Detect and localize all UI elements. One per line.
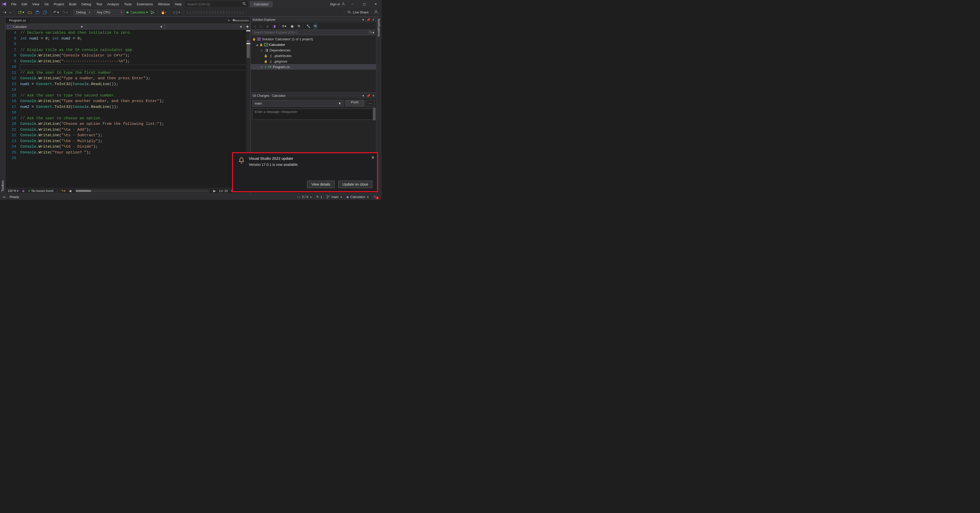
- panel-pin-icon[interactable]: 📌: [367, 18, 370, 22]
- quick-search-input[interactable]: [187, 2, 238, 6]
- code-content[interactable]: // Declare variables and then initialize…: [19, 30, 250, 188]
- redo-button[interactable]: ↷ ▾: [62, 10, 69, 15]
- menu-help[interactable]: Help: [173, 1, 184, 7]
- hscroll-right[interactable]: ▶: [213, 189, 216, 193]
- status-changes[interactable]: ✎ 1: [316, 195, 322, 199]
- menu-tools[interactable]: Tools: [122, 1, 134, 7]
- tree-solution-node[interactable]: 🔒 ⊞ Solution 'Calculator' (1 of 1 projec…: [251, 36, 376, 42]
- editor-brush-icon[interactable]: ✎▾: [61, 189, 65, 193]
- intellicode-icon[interactable]: ◉: [22, 189, 25, 193]
- toolbox-rail[interactable]: Toolbox: [0, 17, 5, 194]
- panel-title: Git Changes - Calculator: [252, 94, 286, 97]
- view-details-button[interactable]: View details: [307, 181, 334, 188]
- branch-name: main: [331, 195, 339, 199]
- menu-test[interactable]: Test: [94, 1, 104, 7]
- vscroll-thumb[interactable]: [247, 40, 250, 58]
- tree-dependencies-node[interactable]: ▷ ⇶ Dependencies: [251, 48, 376, 53]
- update-on-close-button[interactable]: Update on close: [338, 181, 372, 188]
- menu-window[interactable]: Window: [156, 1, 172, 7]
- nav-back-button[interactable]: ◦ ▾: [2, 10, 7, 15]
- new-project-button[interactable]: ▾: [17, 10, 25, 15]
- sln-pending-button[interactable]: ⟳▾: [281, 24, 288, 29]
- tab-program-cs[interactable]: Program.cs: [6, 17, 29, 23]
- menu-project[interactable]: Project: [52, 1, 66, 7]
- hscroll-left[interactable]: ◀: [69, 189, 71, 193]
- open-file-button[interactable]: [27, 10, 33, 15]
- menu-extensions[interactable]: Extensions: [135, 1, 155, 7]
- save-all-button[interactable]: [42, 10, 48, 15]
- menu-file[interactable]: File: [9, 1, 19, 7]
- quick-search[interactable]: [185, 1, 248, 7]
- nav-type-combo[interactable]: ▼: [85, 24, 165, 30]
- menu-view[interactable]: View: [30, 1, 41, 7]
- config-combo[interactable]: Debug▼: [73, 10, 92, 15]
- status-notifications-button[interactable]: 1: [373, 194, 379, 199]
- issues-indicator[interactable]: ✔ No issues found: [28, 189, 53, 193]
- status-sync[interactable]: ↑↓ 3 / 0 ▲: [297, 195, 312, 199]
- twistie-icon[interactable]: ◢: [255, 43, 258, 46]
- sign-in-button[interactable]: Sign in: [330, 2, 345, 6]
- menu-git[interactable]: Git: [42, 1, 51, 7]
- lock-icon: 🔒: [252, 38, 256, 41]
- sln-showall-button[interactable]: ⧉: [297, 24, 301, 29]
- window-options-icon[interactable]: �механіки: [232, 19, 249, 22]
- solution-search-button[interactable]: ▾: [369, 30, 375, 35]
- menu-debug[interactable]: Debug: [79, 1, 93, 7]
- nav-fwd-button[interactable]: ▸: [9, 10, 13, 15]
- menu-analyze[interactable]: Analyze: [105, 1, 121, 7]
- tab-overflow-icon[interactable]: ▾: [228, 19, 230, 22]
- sln-back-button[interactable]: ◁: [252, 24, 257, 29]
- push-button[interactable]: Push: [345, 100, 364, 106]
- panel-menu-icon[interactable]: ▼: [362, 18, 364, 22]
- notification-close-button[interactable]: ✕: [371, 155, 374, 160]
- liveshare-label[interactable]: Live Share: [353, 10, 369, 14]
- menu-build[interactable]: Build: [67, 1, 78, 7]
- menu-edit[interactable]: Edit: [19, 1, 29, 7]
- sln-properties-button[interactable]: 🔧: [305, 24, 311, 29]
- sln-fwd-button[interactable]: ▷: [259, 24, 264, 29]
- git-changes-header: Git Changes - Calculator ▼ 📌 ✕: [251, 93, 376, 98]
- status-repo[interactable]: ◆ Calculator ▲: [346, 195, 369, 199]
- window-maximize-button[interactable]: ▢: [360, 2, 368, 6]
- undo-button[interactable]: ↶ ▾: [52, 10, 60, 15]
- status-branch[interactable]: main ▲: [326, 195, 342, 199]
- twistie-icon[interactable]: ▷: [261, 49, 264, 52]
- sln-switch-views-button[interactable]: ◨: [272, 24, 277, 29]
- hot-reload-button[interactable]: 🔥▾: [160, 10, 168, 15]
- tree-project-node[interactable]: ◢ 🔒 C# Calculator: [251, 42, 376, 48]
- panel-close-icon[interactable]: ✕: [372, 94, 374, 97]
- save-button[interactable]: [35, 10, 41, 15]
- nav-scope-combo[interactable]: C#Calculator ▼: [6, 24, 85, 30]
- panel-menu-icon[interactable]: ▼: [362, 94, 364, 97]
- panel-pin-icon[interactable]: 📌: [367, 94, 370, 97]
- code-editor[interactable]: 4567891011121314151617181920212223242526…: [6, 30, 250, 188]
- git-more-button[interactable]: ⋯: [366, 100, 374, 106]
- cs-file-icon: C#: [268, 65, 272, 68]
- editor-hscrollbar[interactable]: [76, 189, 209, 192]
- branch-combo[interactable]: main ▼: [252, 100, 344, 106]
- account-icon[interactable]: [374, 10, 378, 15]
- window-minimize-button[interactable]: ─: [348, 2, 357, 6]
- zoom-combo[interactable]: 100 % ▾: [8, 189, 19, 193]
- commit-message-input[interactable]: Enter a message <Required>: [252, 109, 374, 120]
- git-vscrollbar[interactable]: [372, 108, 376, 121]
- twistie-icon[interactable]: ▷: [261, 65, 264, 68]
- start-debug-button[interactable]: Calculator ▾: [126, 10, 148, 14]
- solution-tree: 🔒 ⊞ Solution 'Calculator' (1 of 1 projec…: [251, 35, 376, 71]
- csproj-icon: C#: [264, 43, 268, 46]
- split-view-button[interactable]: ✚: [244, 24, 250, 30]
- platform-combo[interactable]: Any CPU▼: [94, 10, 124, 15]
- toolbar-misc[interactable]: ▯ ▯ ▾: [172, 10, 181, 15]
- solution-search-input[interactable]: [252, 30, 369, 35]
- svg-point-10: [329, 196, 329, 197]
- window-close-button[interactable]: ✕: [371, 2, 380, 6]
- tree-program-cs-node[interactable]: ▷ ✔ C# Program.cs: [251, 64, 376, 70]
- nav-member-combo[interactable]: ▼: [165, 24, 244, 30]
- sln-home-button[interactable]: ⌂: [266, 24, 270, 29]
- sln-sync-button[interactable]: ▣: [290, 24, 295, 29]
- tree-file-node[interactable]: 🔒 ▯ .gitignore: [251, 59, 376, 64]
- sln-preview-button[interactable]: ⧉: [313, 24, 317, 29]
- tree-file-node[interactable]: 🔒 ▯ .gitattributes: [251, 53, 376, 59]
- start-no-debug-button[interactable]: [150, 10, 156, 15]
- panel-close-icon[interactable]: ✕: [372, 18, 374, 22]
